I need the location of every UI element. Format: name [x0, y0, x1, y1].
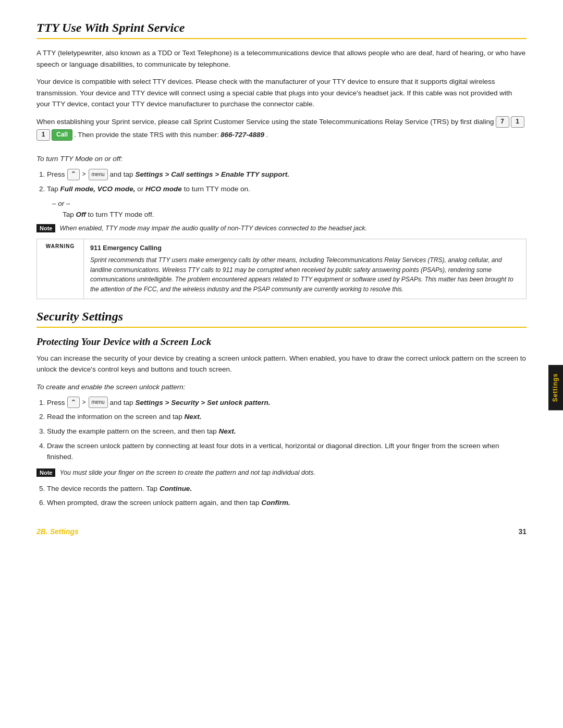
- security-step6: When prompted, draw the screen unlock pa…: [47, 497, 527, 509]
- chevron2: >: [82, 398, 86, 408]
- footer-left: 2B. Settings: [36, 527, 79, 536]
- security-step5-bold: Continue.: [160, 485, 192, 492]
- tty-step1-and-tap: and tap: [110, 169, 133, 180]
- security-step4-text: Draw the screen unlock pattern by connec…: [47, 442, 499, 461]
- key-1b: 1: [36, 129, 50, 141]
- trs-phone-number: 866-727-4889: [221, 129, 264, 141]
- security-italic-heading: To create and enable the screen unlock p…: [36, 381, 527, 393]
- chevron1: >: [82, 169, 86, 179]
- key-home: ⌃: [67, 169, 80, 180]
- tty-warning-box: WARNING 911 Emergency Calling Sprint rec…: [36, 239, 527, 299]
- security-note-text: You must slide your finger on the screen…: [59, 468, 315, 478]
- or-line: – or –: [52, 200, 527, 207]
- security-step5: The device records the pattern. Tap Cont…: [47, 483, 527, 495]
- tty-step2-suffix: to turn TTY mode on.: [184, 185, 250, 193]
- tty-para2: Your device is compatible with select TT…: [36, 76, 527, 110]
- tty-step2: Tap Full mode, VCO mode, or HCO mode to …: [47, 183, 527, 195]
- trs-text-start: When establishing your Sprint service, p…: [36, 116, 494, 128]
- key-7: 7: [496, 116, 509, 128]
- tty-step1-bold: Settings > Call settings > Enable TTY su…: [136, 169, 289, 180]
- security-step3-text: Study the example pattern on the screen,…: [47, 427, 217, 435]
- security-para1: You can increase the security of your de…: [36, 353, 527, 375]
- tty-step1-press: Press: [47, 169, 65, 180]
- tty-title-rule: [36, 38, 527, 39]
- warning-label: WARNING: [46, 243, 75, 249]
- tty-italic-heading: To turn TTY Mode on or off:: [36, 153, 527, 165]
- tty-note-text: When enabled, TTY mode may impair the au…: [59, 224, 366, 233]
- warning-label-col: WARNING: [37, 239, 84, 299]
- tty-para1: A TTY (teletypewriter, also known as a T…: [36, 47, 527, 70]
- security-section: Security Settings Protecting Your Device…: [36, 310, 527, 509]
- warning-text: Sprint recommends that TTY users make em…: [90, 255, 520, 294]
- tap-off-bold: Off: [76, 211, 86, 218]
- security-step6-prefix: When prompted, draw the screen unlock pa…: [47, 499, 260, 507]
- tty-step2-or: or: [137, 185, 145, 193]
- security-step5-prefix: The device records the pattern. Tap: [47, 485, 157, 492]
- footer-right: 31: [518, 527, 527, 536]
- security-step1-and-tap: and tap: [110, 397, 133, 409]
- sidebar-settings-tab: Settings: [548, 365, 563, 410]
- security-title-rule: [36, 327, 527, 328]
- security-step1-bold: Settings > Security > Set unlock pattern…: [136, 397, 271, 409]
- security-step3-bold: Next.: [219, 427, 236, 435]
- security-step6-bold: Confirm.: [261, 499, 290, 507]
- key-menu-2: menu: [89, 397, 108, 408]
- trs-text-end: . Then provide the state TRS with this n…: [74, 129, 219, 141]
- tty-step2-bold2: HCO mode: [145, 185, 182, 193]
- tap-off-suffix: to turn TTY mode off.: [88, 211, 154, 218]
- security-note-label: Note: [36, 468, 55, 477]
- tty-note-box: Note When enabled, TTY mode may impair t…: [36, 224, 527, 233]
- tty-steps: Press ⌃ > menu and tap Settings > Call s…: [47, 169, 527, 195]
- security-section-title: Security Settings: [36, 310, 527, 324]
- security-step1: Press ⌃ > menu and tap Settings > Securi…: [47, 397, 527, 408]
- tty-section-title: TTY Use With Sprint Service: [36, 21, 527, 35]
- security-note-box: Note You must slide your finger on the s…: [36, 468, 527, 478]
- key-1a: 1: [511, 116, 524, 128]
- tty-step2-tap: Tap: [47, 185, 58, 193]
- security-step2-text: Read the information on the screen and t…: [47, 413, 182, 421]
- security-step1-press: Press: [47, 397, 65, 409]
- tap-off-line: Tap Off to turn TTY mode off.: [63, 211, 527, 218]
- page-footer: 2B. Settings 31: [36, 524, 527, 536]
- tty-note-label: Note: [36, 224, 55, 232]
- tty-step2-bold1: Full mode, VCO mode,: [60, 185, 136, 193]
- warning-title: 911 Emergency Calling: [90, 243, 520, 253]
- screen-lock-subtitle: Protecting Your Device with a Screen Loc…: [36, 336, 527, 348]
- security-step2-bold: Next.: [184, 413, 201, 421]
- tty-step1: Press ⌃ > menu and tap Settings > Call s…: [47, 169, 527, 180]
- security-step3: Study the example pattern on the screen,…: [47, 426, 527, 437]
- security-steps: Press ⌃ > menu and tap Settings > Securi…: [47, 397, 527, 462]
- trs-period: .: [266, 129, 268, 141]
- key-menu: menu: [89, 169, 108, 180]
- trs-line: When establishing your Sprint service, p…: [36, 116, 527, 141]
- key-home-2: ⌃: [67, 397, 80, 408]
- warning-content: 911 Emergency Calling Sprint recommends …: [84, 239, 526, 299]
- security-step2: Read the information on the screen and t…: [47, 411, 527, 423]
- key-call: Call: [52, 129, 72, 141]
- security-step4: Draw the screen unlock pattern by connec…: [47, 440, 527, 463]
- tap-off-prefix: Tap: [63, 211, 74, 218]
- security-steps-cont: The device records the pattern. Tap Cont…: [47, 483, 527, 509]
